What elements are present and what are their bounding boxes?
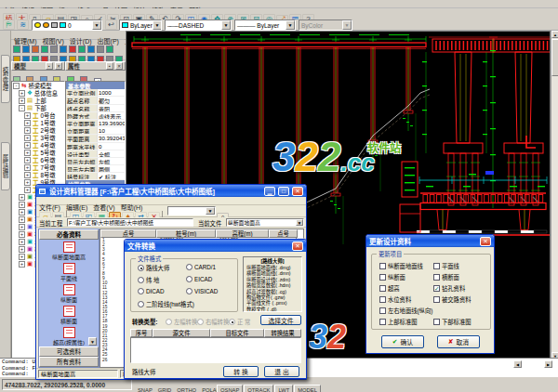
property-row[interactable]: 显示左右幅左幅 bbox=[66, 158, 125, 165]
tree-item[interactable]: +工0号台 bbox=[12, 111, 64, 119]
property-value[interactable]: 30.392043 bbox=[98, 135, 125, 141]
property-value[interactable]: 0 bbox=[98, 143, 125, 150]
statusbar-ortho[interactable]: ORTHO bbox=[174, 385, 199, 392]
checkbox-icon[interactable] bbox=[379, 307, 386, 314]
layer-previous-icon[interactable]: ↩ bbox=[105, 20, 117, 30]
lineweight-combo[interactable]: ——— ByLayer ▼ bbox=[234, 20, 296, 31]
tree-item[interactable]: +工4号墩 bbox=[12, 141, 64, 149]
expander-icon[interactable]: + bbox=[19, 209, 25, 216]
expander-icon[interactable]: + bbox=[19, 231, 25, 238]
close-icon[interactable]: ✕ bbox=[115, 62, 123, 70]
manager-search-combo[interactable]: ▼ bbox=[167, 206, 216, 216]
tree-item[interactable]: +工3号墩 bbox=[12, 134, 64, 141]
property-value[interactable]: 两侧 bbox=[98, 165, 125, 172]
expander-icon[interactable]: + bbox=[19, 202, 25, 208]
expander-icon[interactable]: + bbox=[19, 216, 25, 223]
table-header-0[interactable]: 点号 bbox=[100, 229, 156, 238]
expander-icon[interactable]: - bbox=[19, 105, 25, 111]
update-checkbox-item[interactable]: 上部标准图 bbox=[379, 318, 417, 326]
optional-data-button[interactable]: 可选资料 bbox=[39, 346, 99, 357]
checkbox-icon[interactable] bbox=[379, 296, 386, 303]
property-row[interactable]: 起点名称都匀 bbox=[66, 97, 125, 104]
radio-icon[interactable] bbox=[186, 288, 193, 294]
radio-icon[interactable] bbox=[138, 288, 144, 294]
convert-type-option[interactable]: 左幅转换 bbox=[166, 318, 197, 326]
property-value[interactable]: 左幅 bbox=[98, 158, 125, 164]
radio-icon[interactable] bbox=[166, 319, 172, 325]
tree-item[interactable]: -⇆桥梁模型 bbox=[12, 82, 64, 89]
dropdown-arrow-icon[interactable]: ▼ bbox=[153, 20, 162, 30]
format-option[interactable]: VISICAD bbox=[186, 288, 218, 294]
pin-icon[interactable]: ▪ bbox=[46, 62, 53, 70]
cancel-button[interactable]: ✘ 取消 bbox=[437, 335, 480, 348]
current-file-combo[interactable]: 纵断面地面高 ▼ bbox=[226, 218, 304, 227]
expander-icon[interactable]: + bbox=[24, 164, 31, 171]
radio-icon[interactable] bbox=[229, 319, 235, 325]
update-checkbox-item[interactable]: 左右地面线(纵向) bbox=[379, 307, 432, 315]
expander-icon[interactable]: + bbox=[19, 224, 25, 230]
dropdown-arrow-icon[interactable]: ▼ bbox=[286, 20, 295, 30]
tree-item[interactable]: +工6号墩 bbox=[12, 156, 64, 163]
expander-icon[interactable]: + bbox=[19, 194, 25, 201]
statusbar-otrack-button[interactable]: OTRACK bbox=[244, 385, 273, 392]
update-checkbox-item[interactable]: 纵断面 bbox=[379, 273, 405, 281]
property-row[interactable]: 隐藏方式虚线表示 bbox=[66, 112, 125, 120]
update-checkbox-item[interactable]: 超高 bbox=[379, 284, 400, 293]
radio-icon[interactable] bbox=[186, 264, 193, 270]
layer-combo[interactable]: 0 ▼ bbox=[32, 20, 102, 31]
coordinates-display[interactable]: 474283.7022, 2920296.2528, 0.0000 bbox=[2, 379, 132, 390]
close-icon[interactable]: ✕ bbox=[480, 237, 491, 246]
expander-icon[interactable]: + bbox=[19, 98, 25, 104]
radio-icon[interactable] bbox=[138, 301, 144, 307]
minimize-icon[interactable]: ▁ bbox=[264, 187, 275, 196]
convert-table-header-0[interactable]: 序号 bbox=[130, 329, 153, 337]
format-option[interactable]: CARD/1 bbox=[186, 264, 216, 270]
choose-file-button[interactable]: 选择文件 bbox=[260, 315, 301, 325]
statusbar-osnap-button[interactable]: OSNAP bbox=[217, 385, 243, 392]
dropdown-arrow-icon[interactable]: ▼ bbox=[206, 207, 215, 215]
expander-icon[interactable]: + bbox=[24, 135, 31, 141]
expander-icon[interactable]: + bbox=[24, 127, 31, 134]
property-value[interactable]: ✔ 标注 bbox=[98, 173, 125, 179]
tree-item[interactable]: -▤下部 bbox=[12, 104, 64, 111]
close-icon[interactable]: ✕ bbox=[292, 242, 303, 251]
convert-type-option[interactable]: 正 常 bbox=[229, 318, 250, 326]
sidebar-data-item[interactable]: 横断面 bbox=[39, 304, 99, 325]
update-checkbox-item[interactable]: ✓钻孔资料 bbox=[433, 284, 465, 293]
statusbar-lwt-button[interactable]: LWT bbox=[274, 385, 293, 392]
convert-table-header-3[interactable]: 转换结果 bbox=[264, 329, 301, 337]
dialog-titlebar[interactable]: 文件转换 ✕ bbox=[125, 240, 306, 252]
expander-icon[interactable]: + bbox=[19, 90, 25, 97]
dialog-titlebar[interactable]: 设计资料管理器 [F:\客户工程\大中桥图纸\大中桥图纸] ▁ □ ✕ bbox=[36, 185, 306, 197]
maximize-icon[interactable]: □ bbox=[278, 187, 289, 196]
property-value[interactable]: 全幅 bbox=[98, 150, 125, 157]
property-row[interactable]: 平立面距离139.369004 bbox=[66, 120, 125, 127]
expander-icon[interactable]: + bbox=[24, 157, 31, 163]
tree-item[interactable]: +❖总体信息 bbox=[12, 89, 64, 97]
table-header-2[interactable]: 高程(m) bbox=[216, 229, 269, 238]
statusbar-model-button[interactable]: MODEL bbox=[294, 385, 321, 392]
checkbox-icon[interactable] bbox=[433, 319, 440, 325]
property-row[interactable]: 平面距离30.392043 bbox=[66, 135, 125, 142]
tree-item[interactable]: +工8号墩 bbox=[12, 171, 64, 178]
property-row[interactable]: 括号标注✔ 标注 bbox=[66, 173, 125, 180]
expander-icon[interactable]: + bbox=[24, 179, 31, 186]
color-combo[interactable]: ByLayer ▼ bbox=[119, 20, 162, 31]
property-row[interactable]: 立面距离10 bbox=[66, 127, 125, 135]
make-layer-current-icon[interactable]: ⛿ bbox=[3, 20, 15, 30]
tree-item[interactable]: +工5号墩 bbox=[12, 149, 64, 156]
checkbox-icon[interactable] bbox=[379, 263, 386, 269]
side-tab-model[interactable]: 模型管理 bbox=[1, 55, 10, 103]
property-value[interactable]: 10 bbox=[98, 127, 125, 134]
radio-icon[interactable] bbox=[197, 319, 204, 325]
format-option[interactable]: 纬 地 bbox=[138, 276, 159, 284]
layers-dialog-icon[interactable]: ≋ bbox=[17, 20, 29, 30]
property-value[interactable]: 都匀 bbox=[98, 97, 125, 103]
expander-icon[interactable]: + bbox=[24, 112, 31, 119]
pin-icon[interactable]: ▪ bbox=[106, 62, 113, 70]
hscroll-left-icon[interactable]: ◀ bbox=[513, 360, 522, 368]
expander-icon[interactable]: + bbox=[19, 254, 25, 260]
expander-icon[interactable]: - bbox=[13, 83, 20, 89]
side-tab-props[interactable]: 属性编辑 bbox=[1, 142, 10, 190]
expander-icon[interactable]: + bbox=[19, 261, 25, 268]
